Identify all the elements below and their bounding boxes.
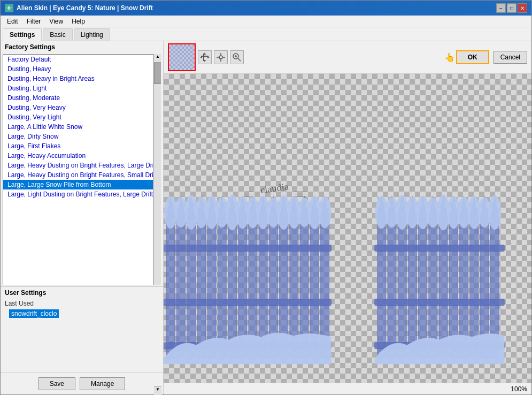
svg-rect-53 <box>164 245 331 252</box>
list-item[interactable]: Large, Heavy Dusting on Bright Features,… <box>3 161 153 170</box>
svg-rect-25 <box>187 218 196 359</box>
svg-rect-27 <box>197 218 206 359</box>
last-used-label: Last Used <box>1 299 163 308</box>
tab-basic[interactable]: Basic <box>43 28 72 41</box>
ok-button[interactable]: OK <box>456 50 489 64</box>
list-item[interactable]: Large, Dirty Snow <box>3 132 153 141</box>
zoom-tool-button[interactable] <box>230 50 244 64</box>
tab-settings[interactable]: Settings <box>3 28 42 41</box>
factory-settings-section: Factory Settings Factory Default Dusting… <box>1 41 163 287</box>
list-item[interactable]: Dusting, Heavy in Bright Areas <box>3 74 153 83</box>
svg-rect-78 <box>408 218 417 359</box>
svg-rect-72 <box>377 218 386 359</box>
title-bar: 👁 Alien Skin | Eye Candy 5: Nature | Sno… <box>1 1 531 16</box>
svg-rect-29 <box>207 218 216 359</box>
watermark-text: claudia <box>260 181 289 195</box>
right-top-left <box>168 43 244 71</box>
move-icon <box>216 52 226 62</box>
maximize-button[interactable]: □ <box>507 3 516 13</box>
svg-rect-82 <box>429 218 437 359</box>
tabs-bar: Settings Basic Lighting <box>1 27 531 41</box>
pan-tool-button[interactable] <box>198 50 212 64</box>
list-item[interactable]: Dusting, Moderate <box>3 93 153 103</box>
user-settings-section: User Settings Last Used snowdrift_cloclo… <box>1 287 163 373</box>
tab-lighting[interactable]: Lighting <box>74 28 110 41</box>
window-title: Alien Skin | Eye Candy 5: Nature | Snow … <box>17 4 153 12</box>
svg-rect-54 <box>164 299 331 306</box>
menu-edit[interactable]: Edit <box>3 17 22 26</box>
svg-rect-23 <box>176 218 185 359</box>
close-button[interactable]: ✕ <box>518 3 527 13</box>
main-window: 👁 Alien Skin | Eye Candy 5: Nature | Sno… <box>0 0 532 395</box>
list-item[interactable]: Large, A Little White Snow <box>3 122 153 132</box>
svg-point-110 <box>488 195 501 230</box>
settings-scrollbar[interactable]: ▲ ▼ <box>153 54 161 285</box>
svg-rect-76 <box>398 218 406 359</box>
svg-point-71 <box>318 197 331 229</box>
svg-rect-0 <box>203 54 204 61</box>
list-item-selected[interactable]: Large, Large Snow Pile from Bottom <box>3 180 153 189</box>
main-content: Factory Settings Factory Default Dusting… <box>1 41 531 394</box>
user-settings-header: User Settings <box>1 287 163 299</box>
menu-filter[interactable]: Filter <box>22 17 45 26</box>
bottom-buttons: Save Manage <box>1 373 163 394</box>
ok-hand-icon: 👆 <box>444 52 455 63</box>
list-item[interactable]: Dusting, Very Heavy <box>3 103 153 112</box>
zoom-icon <box>232 52 242 62</box>
pan-icon <box>200 52 210 62</box>
list-item[interactable]: Large, Heavy Dusting on Bright Features,… <box>3 170 153 180</box>
save-button[interactable]: Save <box>38 377 75 390</box>
list-item[interactable]: Dusting, Very Light <box>3 112 153 122</box>
svg-rect-80 <box>419 218 427 359</box>
svg-rect-31 <box>218 218 226 359</box>
list-item[interactable]: Factory Default <box>3 55 153 64</box>
title-controls: − □ ✕ <box>496 3 527 13</box>
svg-rect-74 <box>388 218 396 359</box>
svg-rect-21 <box>166 218 175 359</box>
list-item[interactable]: Dusting, Light <box>3 83 153 93</box>
manage-button[interactable]: Manage <box>80 377 125 390</box>
right-top-right: OK 👆 Cancel <box>456 50 527 64</box>
settings-list[interactable]: Factory Default Dusting, Heavy Dusting, … <box>3 54 153 285</box>
title-bar-left: 👁 Alien Skin | Eye Candy 5: Nature | Sno… <box>5 4 153 12</box>
svg-rect-96 <box>375 245 505 252</box>
status-bar: 100% <box>164 383 531 394</box>
preview-thumbnail <box>168 43 196 71</box>
menu-help[interactable]: Help <box>67 17 89 26</box>
svg-rect-97 <box>375 299 505 306</box>
preview-area: claudia <box>164 74 531 383</box>
preview-thumb-overlay <box>169 44 195 70</box>
left-panel: Factory Settings Factory Default Dusting… <box>1 41 164 394</box>
zoom-level: 100% <box>511 385 527 393</box>
svg-rect-1 <box>201 56 209 57</box>
app-icon: 👁 <box>5 4 13 12</box>
menu-bar: Edit Filter View Help <box>1 16 531 27</box>
factory-settings-header: Factory Settings <box>1 41 163 53</box>
fence-preview: claudia <box>164 143 531 383</box>
menu-view[interactable]: View <box>45 17 67 26</box>
list-item[interactable]: Large, First Flakes <box>3 141 153 151</box>
scrollbar-thumb[interactable] <box>154 63 161 84</box>
right-panel: OK 👆 Cancel claudia <box>164 41 531 394</box>
right-top-bar: OK 👆 Cancel <box>164 41 531 74</box>
svg-line-12 <box>238 58 241 61</box>
svg-point-6 <box>219 56 222 59</box>
selected-setting[interactable]: snowdrift_cloclo <box>9 309 59 318</box>
list-item[interactable]: Large, Light Dusting on Bright Features,… <box>3 189 153 199</box>
cancel-button[interactable]: Cancel <box>494 51 527 64</box>
move-tool-button[interactable] <box>214 50 228 64</box>
list-item[interactable]: Dusting, Heavy <box>3 64 153 74</box>
minimize-button[interactable]: − <box>496 3 506 13</box>
list-item[interactable]: Large, Heavy Accumulation <box>3 151 153 161</box>
